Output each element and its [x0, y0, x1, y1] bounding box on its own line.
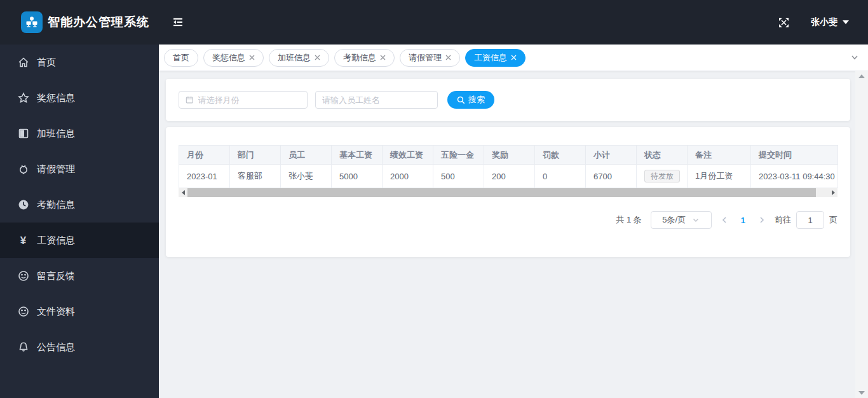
- sidebar-item-feedback[interactable]: 留言反馈: [0, 258, 159, 294]
- smiley-icon: [17, 270, 29, 282]
- tab-label: 请假管理: [409, 52, 442, 64]
- vertical-scrollbar[interactable]: [855, 71, 868, 398]
- scroll-right-arrow-icon[interactable]: [829, 188, 837, 197]
- column-header: 状态: [637, 146, 688, 165]
- cell-subtotal: 6700: [586, 165, 637, 188]
- cell-performance-salary: 2000: [383, 165, 433, 188]
- pagination-bar: 共 1 条 5条/页 1 前往 页: [179, 211, 837, 229]
- tab-label: 工资信息: [474, 52, 507, 64]
- clock-icon: [17, 199, 29, 211]
- cell-submit-time: 2023-03-11 09:44:30: [751, 165, 838, 188]
- cell-base-salary: 5000: [332, 165, 383, 188]
- sidebar-item-attendance[interactable]: 考勤信息: [0, 187, 159, 223]
- sidebar-item-label: 文件资料: [37, 306, 75, 318]
- cell-department: 客服部: [230, 165, 281, 188]
- sidebar-item-announcements[interactable]: 公告信息: [0, 329, 159, 365]
- table-row: 2023-01 客服部 张小斐 5000 2000 500 200 0 6700…: [179, 165, 838, 188]
- tab-home[interactable]: 首页: [164, 49, 198, 67]
- logo-area: 智能办公管理系统: [0, 11, 159, 33]
- page-number[interactable]: 1: [740, 216, 747, 225]
- notebook-icon: [17, 128, 29, 140]
- scroll-up-arrow-icon[interactable]: [858, 74, 865, 78]
- horizontal-scroll-track[interactable]: [187, 188, 829, 197]
- column-header: 员工: [281, 146, 332, 165]
- tab-overtime[interactable]: 加班信息: [269, 49, 329, 67]
- cell-remark: 1月份工资: [688, 165, 751, 188]
- sidebar-item-salary[interactable]: ¥ 工资信息: [0, 223, 159, 258]
- tab-salary[interactable]: 工资信息: [465, 49, 526, 67]
- cell-insurance: 500: [433, 165, 484, 188]
- pager: 1: [721, 216, 766, 225]
- cell-status: 待发放: [637, 165, 688, 188]
- close-icon[interactable]: [249, 55, 255, 60]
- tab-label: 加班信息: [278, 52, 311, 64]
- sidebar-item-label: 加班信息: [37, 128, 75, 140]
- close-icon[interactable]: [315, 55, 320, 60]
- cell-employee: 张小斐: [281, 165, 332, 188]
- stopwatch-icon: [17, 163, 29, 175]
- header-right: 张小斐: [778, 17, 868, 28]
- sidebar-item-label: 首页: [37, 57, 56, 69]
- open-tabs-bar: 首页 奖惩信息 加班信息 考勤信息 请假管理 工资信息: [159, 45, 868, 71]
- page-unit-label: 页: [829, 214, 837, 226]
- goto-page-group: 前往 页: [775, 211, 837, 229]
- pagination-total: 共 1 条: [616, 214, 641, 226]
- salary-table: 月份 部门 员工 基本工资 绩效工资 五险一金 奖励 罚款 小计 状态 备注 提…: [179, 145, 838, 188]
- prev-page-icon[interactable]: [721, 216, 728, 224]
- smiley-icon: [17, 306, 29, 318]
- horizontal-scroll-thumb[interactable]: [187, 188, 816, 197]
- sidebar-collapse-icon[interactable]: [172, 17, 184, 28]
- tab-attendance[interactable]: 考勤信息: [334, 49, 395, 67]
- close-icon[interactable]: [445, 55, 451, 60]
- column-header: 小计: [586, 146, 637, 165]
- bell-icon: [17, 341, 29, 353]
- scroll-left-arrow-icon[interactable]: [179, 188, 187, 197]
- sidebar-item-files[interactable]: 文件资料: [0, 294, 159, 329]
- goto-page-input[interactable]: [796, 211, 824, 229]
- close-icon[interactable]: [380, 55, 386, 60]
- column-header: 绩效工资: [383, 146, 433, 165]
- tab-leave[interactable]: 请假管理: [400, 49, 460, 67]
- month-picker[interactable]: [179, 91, 308, 109]
- column-header: 部门: [230, 146, 281, 165]
- sidebar-nav: 首页 奖惩信息 加班信息 请假管理 考勤信息 ¥ 工资信息 留言反馈: [0, 45, 159, 398]
- sidebar-item-label: 考勤信息: [37, 199, 75, 211]
- home-icon: [17, 57, 29, 69]
- tab-rewards[interactable]: 奖惩信息: [203, 49, 264, 67]
- sidebar-item-leave[interactable]: 请假管理: [0, 151, 159, 187]
- yen-icon: ¥: [17, 235, 29, 247]
- sidebar-item-label: 公告信息: [37, 341, 75, 353]
- sidebar-item-overtime[interactable]: 加班信息: [0, 116, 159, 151]
- calendar-icon: [186, 95, 194, 104]
- search-button[interactable]: 搜索: [447, 91, 494, 109]
- sidebar-item-rewards[interactable]: 奖惩信息: [0, 80, 159, 116]
- month-input[interactable]: [198, 95, 301, 105]
- tab-label: 奖惩信息: [212, 52, 245, 64]
- sidebar-item-label: 请假管理: [37, 163, 75, 175]
- horizontal-scrollbar[interactable]: [179, 188, 837, 197]
- column-header: 备注: [688, 146, 751, 165]
- column-header: 罚款: [535, 146, 586, 165]
- fullscreen-icon[interactable]: [778, 17, 789, 28]
- column-header: 提交时间: [751, 146, 838, 165]
- scroll-down-arrow-icon[interactable]: [858, 391, 865, 395]
- close-icon[interactable]: [511, 55, 517, 60]
- user-menu[interactable]: 张小斐: [811, 17, 849, 28]
- cell-bonus: 200: [484, 165, 535, 188]
- star-icon: [17, 92, 29, 104]
- app-logo-icon: [21, 11, 43, 33]
- tab-label: 考勤信息: [343, 52, 376, 64]
- sidebar-item-label: 奖惩信息: [37, 92, 75, 104]
- salary-table-panel: 月份 部门 员工 基本工资 绩效工资 五险一金 奖励 罚款 小计 状态 备注 提…: [166, 127, 850, 257]
- cell-month: 2023-01: [179, 165, 230, 188]
- next-page-icon[interactable]: [758, 216, 766, 224]
- page-size-select[interactable]: 5条/页: [651, 211, 712, 229]
- employee-name-input[interactable]: [322, 95, 431, 105]
- tab-label: 首页: [173, 52, 189, 64]
- employee-name-field[interactable]: [315, 91, 438, 109]
- chevron-down-icon[interactable]: [850, 53, 859, 64]
- sidebar-item-home[interactable]: 首页: [0, 45, 159, 80]
- cell-penalty: 0: [535, 165, 586, 188]
- column-header: 月份: [179, 146, 230, 165]
- status-badge: 待发放: [644, 170, 680, 182]
